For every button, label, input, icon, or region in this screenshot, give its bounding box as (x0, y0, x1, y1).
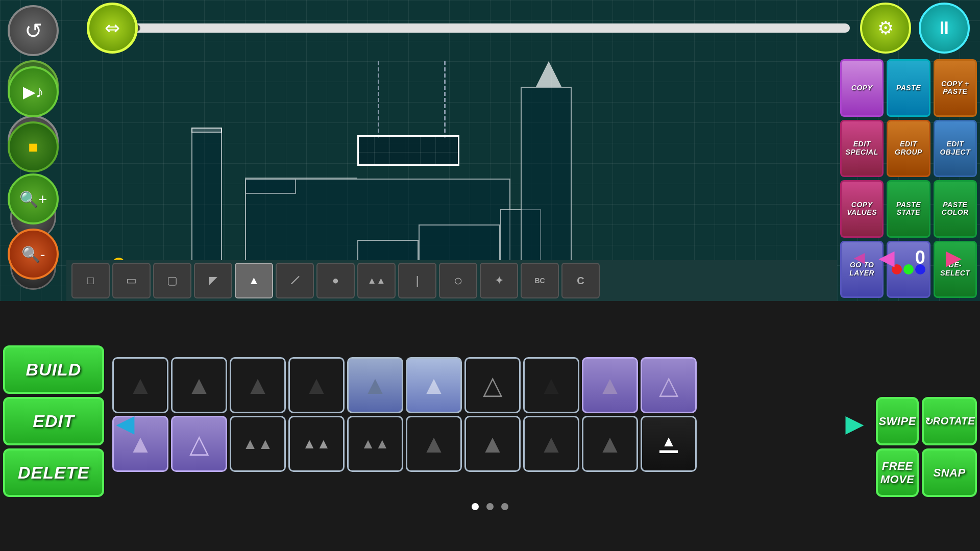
obj-tab-bc[interactable]: BC (521, 263, 559, 298)
top-bar: ⇔ ⚙ ⏸ (66, 0, 980, 56)
copy-paste-button[interactable]: Copy + Paste (934, 59, 977, 117)
layer-number: 0 (905, 247, 936, 268)
obj-item-3[interactable]: ▲ (230, 357, 286, 413)
obj-item-9[interactable]: ▲ (582, 357, 638, 413)
stop-button[interactable]: ■ (8, 121, 59, 172)
rotate-button[interactable]: ↻Rotate (922, 397, 977, 445)
obj-item-20[interactable]: ▲▬▬ (641, 416, 697, 472)
music-button[interactable]: ▶♪ (8, 66, 59, 117)
obj-tab-square[interactable]: □ (71, 263, 110, 298)
layer-navigation: ◄ ◄ 0 ► (837, 235, 980, 281)
mode-toolbar: ▶♪ ■ (0, 66, 66, 172)
object-category-tabs: □ ▭ ▢ ◤ ▲ / ● ▲▲ | ○ ✦ BC C (66, 260, 837, 301)
swipe-button[interactable]: Swipe (876, 397, 919, 445)
obj-tab-slope[interactable]: ◤ (194, 263, 232, 298)
action-buttons: Swipe ↻Rotate Free Move Snap (873, 394, 980, 500)
edit-group-button[interactable]: Edit Group (887, 120, 930, 178)
undo-button[interactable]: ↺ (8, 5, 59, 56)
platform-left-top (191, 128, 222, 133)
obj-item-6[interactable]: ▲ (406, 357, 462, 413)
obj-item-19[interactable]: ▲ (582, 416, 638, 472)
edit-object-button[interactable]: Edit Object (934, 120, 977, 178)
obj-item-16[interactable]: ▲ (406, 416, 462, 472)
roof-triangle (536, 61, 561, 87)
obj-item-2[interactable]: ▲ (171, 357, 227, 413)
obj-tab-square2[interactable]: ▢ (153, 263, 191, 298)
obj-item-10[interactable]: △ (641, 357, 697, 413)
obj-tab-mountains[interactable]: ▲▲ (357, 263, 396, 298)
top-right-buttons: ⚙ ⏸ (860, 3, 970, 54)
obj-item-18[interactable]: ▲ (523, 416, 579, 472)
obj-tab-line[interactable]: / (276, 263, 314, 298)
paste-color-button[interactable]: Paste Color (934, 180, 977, 238)
bottom-panel: Build Edit Delete ◄ ▲ ▲ ▲ ▲ ▲ ▲ △ ▲ ▲ △ … (0, 301, 980, 551)
obj-item-17[interactable]: ▲ (464, 416, 521, 472)
paste-button[interactable]: Paste (887, 59, 930, 117)
mode-buttons: Build Edit Delete (0, 342, 107, 500)
snap-button[interactable]: Snap (922, 448, 977, 497)
hanging-platform (357, 135, 459, 166)
object-grid: ▲ ▲ ▲ ▲ ▲ ▲ △ ▲ ▲ △ ▲ △ ▲▲ ▲▲ ▲▲ ▲ ▲ ▲ ▲… (107, 355, 873, 500)
obj-tab-star[interactable]: ✦ (480, 263, 518, 298)
page-dot-3[interactable] (501, 503, 508, 510)
page-dot-2[interactable] (486, 503, 494, 510)
zoom-in-button[interactable]: 🔍+ (8, 173, 59, 224)
obj-tab-c[interactable]: C (561, 263, 600, 298)
obj-item-7[interactable]: △ (464, 357, 521, 413)
zoom-toolbar: 🔍+ 🔍- (0, 173, 66, 280)
platform-left (191, 128, 222, 270)
progress-slider[interactable] (133, 23, 850, 33)
obj-tab-circle2[interactable]: ○ (439, 263, 477, 298)
edit-mode-button[interactable]: Edit (3, 397, 104, 445)
obj-tab-triangle[interactable]: ▲ (235, 263, 273, 298)
obj-item-13[interactable]: ▲▲ (230, 416, 286, 472)
playhead-area: ⇔ (87, 3, 850, 54)
copy-values-button[interactable]: Copy Values (840, 180, 884, 238)
obj-grid-next-button[interactable]: ► (841, 395, 869, 452)
settings-button[interactable]: ⚙ (860, 3, 911, 54)
obj-tab-pillar[interactable]: | (398, 263, 436, 298)
build-mode-button[interactable]: Build (3, 345, 104, 394)
page-dot-1[interactable] (472, 503, 479, 510)
layer-left-arrow[interactable]: ◄ (873, 242, 899, 273)
chain-left (378, 61, 379, 138)
obj-item-15[interactable]: ▲▲ (347, 416, 403, 472)
delete-mode-button[interactable]: Delete (3, 448, 104, 497)
building-right (521, 87, 572, 270)
paste-state-button[interactable]: Paste State (887, 180, 930, 238)
obj-grid-row-1: ▲ ▲ ▲ ▲ ▲ ▲ △ ▲ ▲ △ (112, 357, 868, 413)
obj-item-4[interactable]: ▲ (288, 357, 345, 413)
page-dots (472, 503, 508, 510)
chain-right (444, 61, 446, 138)
obj-tab-circle[interactable]: ● (316, 263, 355, 298)
layer-right-arrow[interactable]: ► (941, 242, 967, 273)
obj-grid-prev-button[interactable]: ◄ (111, 395, 139, 452)
obj-item-12[interactable]: △ (171, 416, 227, 472)
play-button[interactable]: ⇔ (87, 3, 138, 54)
obj-tab-rect[interactable]: ▭ (112, 263, 151, 298)
obj-item-5[interactable]: ▲ (347, 357, 403, 413)
edit-special-button[interactable]: Edit Special (840, 120, 884, 178)
copy-button[interactable]: Copy (840, 59, 884, 117)
pause-button[interactable]: ⏸ (919, 3, 970, 54)
zoom-out-button[interactable]: 🔍- (8, 229, 59, 280)
free-move-button[interactable]: Free Move (876, 448, 919, 497)
obj-item-8[interactable]: ▲ (523, 357, 579, 413)
obj-grid-row-2: ▲ △ ▲▲ ▲▲ ▲▲ ▲ ▲ ▲ ▲ ▲▬▬ (112, 416, 868, 472)
platform-step2 (245, 179, 296, 194)
obj-item-14[interactable]: ▲▲ (288, 416, 345, 472)
layer-left-far-arrow[interactable]: ◄ (850, 247, 869, 268)
